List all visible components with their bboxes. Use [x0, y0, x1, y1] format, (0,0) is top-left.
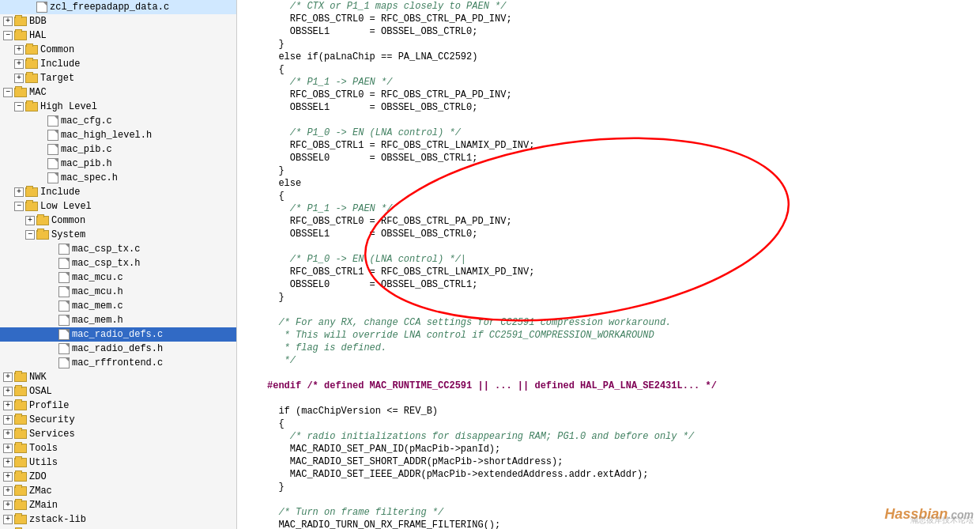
tree-label: mac_high_level.h	[61, 130, 152, 141]
code-line: /* P1_1 -> PAEN */	[237, 76, 980, 89]
code-line: {	[237, 63, 980, 76]
code-line: }	[237, 38, 980, 51]
code-line: else if(paLnaChip == PA_LNA_CC2592)	[237, 51, 980, 63]
tree-label: mac_mem.c	[72, 300, 123, 312]
tree-item-mac-pib-h[interactable]: mac_pib.h	[0, 157, 236, 171]
line-code-text: MAC_RADIO_SET_IEEE_ADDR(pMacPib->extende…	[261, 468, 980, 481]
tree-label: Services	[29, 429, 75, 440]
code-line: else	[237, 177, 980, 190]
line-code-text: MAC_RADIO_SET_PAN_ID(pMacPib->panId);	[261, 443, 980, 455]
tree-item-hal-common[interactable]: +Common	[0, 43, 236, 57]
watermark-sub: 瀚思彼岸技术论坛	[910, 515, 974, 526]
tree-item-mac-csp-tx-c[interactable]: mac_csp_tx.c	[0, 242, 236, 256]
line-code-text: /* CTX or P1_1 maps closely to PAEN */	[261, 0, 980, 13]
code-line: }	[237, 481, 980, 493]
code-line: /* CTX or P1_1 maps closely to PAEN */	[237, 0, 980, 13]
tree-item-mac-highlevel[interactable]: −High Level	[0, 100, 236, 114]
tree-item-mac-pib-c[interactable]: mac_pib.c	[0, 142, 236, 157]
tree-item-zstack-lib[interactable]: +zstack-lib	[0, 512, 236, 527]
tree-label: mac_spec.h	[61, 172, 118, 183]
code-line: /* P1_0 -> EN (LNA control) */|	[237, 253, 980, 266]
line-code-text: RFC_OBS_CTRL0 = RFC_OBS_CTRL_PA_PD_INV;	[261, 215, 980, 228]
tree-label: mac_mcu.c	[72, 272, 123, 283]
code-line: OBSSEL1 = OBSSEL_OBS_CTRL0;	[237, 101, 980, 114]
code-line: {	[237, 418, 980, 430]
tree-item-zcl-freepadapp-data[interactable]: zcl_freepadapp_data.c	[0, 0, 236, 14]
tree-item-mac-spec-h[interactable]: mac_spec.h	[0, 171, 236, 185]
tree-label: OSAL	[29, 386, 52, 397]
tree-label: mac_pib.c	[61, 144, 112, 155]
tree-item-mac-cfg-c[interactable]: mac_cfg.c	[0, 114, 236, 128]
tree-label: mac_cfg.c	[61, 115, 112, 127]
tree-label: System	[51, 229, 85, 240]
tree-item-zdo[interactable]: +ZDO	[0, 470, 236, 484]
tree-label: Security	[29, 414, 75, 425]
tree-item-mac-mem-c[interactable]: mac_mem.c	[0, 299, 236, 313]
tree-item-zmain[interactable]: +ZMain	[0, 498, 236, 512]
tree-item-mac-csp-tx-h[interactable]: mac_csp_tx.h	[0, 256, 236, 270]
line-code-text: }	[261, 38, 980, 51]
code-line: /* P1_0 -> EN (LNA control) */	[237, 127, 980, 139]
tree-item-mac-mcu-c[interactable]: mac_mcu.c	[0, 270, 236, 285]
line-code-text: OBSSEL1 = OBSSEL_OBS_CTRL0;	[261, 25, 980, 38]
tree-label: zstack-lib	[29, 514, 86, 525]
tree-item-tools[interactable]: +Tools	[0, 441, 236, 455]
tree-item-hal-target[interactable]: +Target	[0, 71, 236, 85]
code-line	[237, 240, 980, 253]
tree-item-mac-mcu-h[interactable]: mac_mcu.h	[0, 285, 236, 299]
tree-item-mac-radio-defs-c[interactable]: mac_radio_defs.c	[0, 327, 236, 342]
tree-item-mac-lowlevel-common[interactable]: +Common	[0, 213, 236, 228]
line-code-text: RFC_OBS_CTRL0 = RFC_OBS_CTRL_PA_PD_INV;	[261, 89, 980, 101]
tree-item-mac-high-level-h[interactable]: mac_high_level.h	[0, 128, 236, 142]
line-code-text: RFC_OBS_CTRL0 = RFC_OBS_CTRL_PA_PD_INV;	[261, 13, 980, 25]
tree-item-mac-radio-defs-h[interactable]: mac_radio_defs.h	[0, 342, 236, 356]
code-line: OBSSEL1 = OBSSEL_OBS_CTRL0;	[237, 228, 980, 240]
code-line	[237, 392, 980, 405]
line-code-text: }	[261, 164, 980, 177]
line-code-text: {	[261, 418, 980, 430]
line-code-text: MAC_RADIO_TURN_ON_RX_FRAME_FILTERING();	[261, 519, 980, 529]
tree-item-mac-lowlevel[interactable]: −Low Level	[0, 199, 236, 213]
tree-item-zmac[interactable]: +ZMac	[0, 484, 236, 498]
tree-item-bdb[interactable]: +BDB	[0, 14, 236, 28]
tree-label: zcl_freepadapp_data.c	[50, 2, 169, 13]
line-code-text: /* For any RX, change CCA settings for C…	[261, 316, 980, 329]
line-code-text: /* Turn on frame filtering */	[261, 506, 980, 519]
tree-label: MAC	[29, 87, 47, 98]
tree-label: Include	[40, 187, 80, 198]
tree-item-mac[interactable]: −MAC	[0, 85, 236, 100]
code-line: OBSSEL0 = OBSSEL_OBS_CTRL1;	[237, 152, 980, 164]
tree-item-hal-include[interactable]: +Include	[0, 57, 236, 71]
line-code-text: OBSSEL0 = OBSSEL_OBS_CTRL1;	[261, 278, 980, 291]
code-line	[237, 304, 980, 316]
tree-item-profile[interactable]: +Profile	[0, 399, 236, 413]
tree-item-services[interactable]: +Services	[0, 427, 236, 441]
tree-item-mac-include[interactable]: +Include	[0, 185, 236, 199]
tree-item-mac-lowlevel-system[interactable]: −System	[0, 228, 236, 242]
tree-item-security[interactable]: +Security	[0, 413, 236, 427]
tree-label: mac_rffrontend.c	[72, 357, 163, 368]
code-line: MAC_RADIO_TURN_ON_RX_FRAME_FILTERING();	[237, 519, 980, 529]
tree-label: Include	[40, 59, 80, 70]
tree-item-mac-mem-h[interactable]: mac_mem.h	[0, 313, 236, 327]
tree-label: Common	[40, 44, 74, 55]
tree-label: mac_radio_defs.c	[72, 329, 163, 340]
line-code-text: /* P1_0 -> EN (LNA control) */|	[261, 253, 980, 266]
tree-item-utils[interactable]: +Utils	[0, 455, 236, 470]
tree-label: Target	[40, 73, 74, 84]
tree-item-mac-rfrontend-c[interactable]: mac_rffrontend.c	[0, 356, 236, 370]
file-tree[interactable]: zcl_freepadapp_data.c+BDB−HAL+Common+Inc…	[0, 0, 237, 529]
tree-item-nwk[interactable]: +NWK	[0, 370, 236, 384]
tree-item-osal[interactable]: +OSAL	[0, 384, 236, 399]
tree-item-hal[interactable]: −HAL	[0, 28, 236, 43]
code-line: MAC_RADIO_SET_IEEE_ADDR(pMacPib->extende…	[237, 468, 980, 481]
tree-label: mac_csp_tx.c	[72, 244, 140, 255]
code-line: RFC_OBS_CTRL0 = RFC_OBS_CTRL_PA_PD_INV;	[237, 89, 980, 101]
code-line: /* Turn on frame filtering */	[237, 506, 980, 519]
tree-label: Low Level	[40, 201, 92, 212]
code-line: }	[237, 164, 980, 177]
code-line: /* P1_1 -> PAEN */	[237, 202, 980, 215]
code-line: {	[237, 190, 980, 202]
tree-label: mac_pib.h	[61, 158, 112, 169]
line-code-text: */	[261, 354, 980, 367]
